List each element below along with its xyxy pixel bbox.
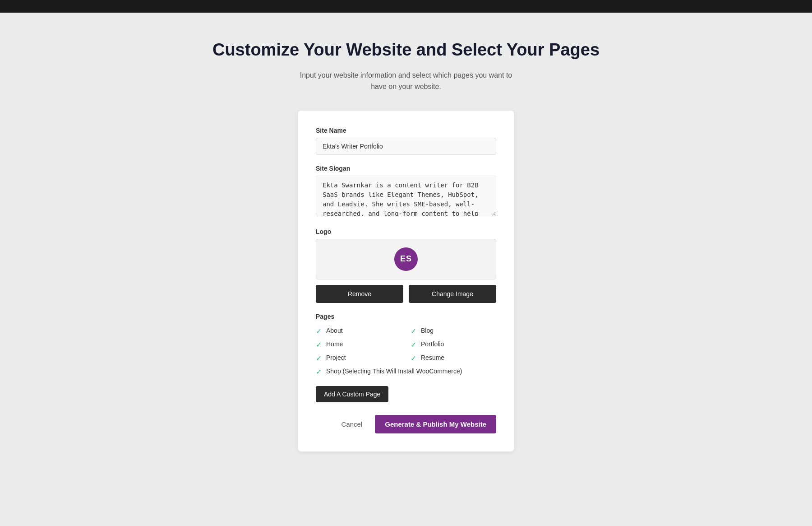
site-slogan-label: Site Slogan [316, 165, 496, 172]
top-bar [0, 0, 812, 13]
list-item: ✓ About [316, 326, 401, 335]
action-row: Cancel Generate & Publish My Website [316, 415, 496, 433]
check-icon: ✓ [411, 327, 416, 335]
list-item: ✓ Resume [411, 354, 496, 363]
logo-label: Logo [316, 228, 496, 235]
add-custom-page-button[interactable]: Add A Custom Page [316, 386, 388, 402]
cancel-button[interactable]: Cancel [336, 417, 368, 432]
page-item-label: Portfolio [421, 340, 444, 349]
page-item-label: Home [326, 340, 343, 349]
remove-button[interactable]: Remove [316, 285, 403, 303]
change-image-button[interactable]: Change Image [409, 285, 496, 303]
logo-avatar: ES [394, 247, 418, 271]
page-container: Customize Your Website and Select Your P… [0, 13, 812, 479]
page-item-label: Project [326, 354, 346, 363]
list-item: ✓ Shop (Selecting This Will Install WooC… [316, 367, 496, 376]
list-item: ✓ Portfolio [411, 340, 496, 349]
check-icon: ✓ [316, 340, 322, 349]
logo-group: Logo ES Remove Change Image [316, 228, 496, 303]
pages-label: Pages [316, 313, 496, 320]
list-item: ✓ Project [316, 354, 401, 363]
logo-button-row: Remove Change Image [316, 285, 496, 303]
list-item: ✓ Home [316, 340, 401, 349]
logo-initials: ES [400, 254, 412, 264]
site-name-group: Site Name [316, 127, 496, 155]
check-icon: ✓ [316, 327, 322, 335]
check-icon: ✓ [411, 340, 416, 349]
list-item: ✓ Blog [411, 326, 496, 335]
publish-button[interactable]: Generate & Publish My Website [375, 415, 496, 433]
site-name-input[interactable] [316, 138, 496, 155]
site-slogan-group: Site Slogan Ekta Swarnkar is a content w… [316, 165, 496, 218]
page-item-label: Shop (Selecting This Will Install WooCom… [326, 367, 462, 376]
logo-preview: ES [316, 239, 496, 279]
check-icon: ✓ [316, 368, 322, 376]
page-title: Customize Your Website and Select Your P… [212, 40, 600, 61]
check-icon: ✓ [411, 354, 416, 363]
page-item-label: Resume [421, 354, 444, 363]
check-icon: ✓ [316, 354, 322, 363]
pages-grid: ✓ About ✓ Blog ✓ Home ✓ Portfolio [316, 326, 496, 376]
page-item-label: Blog [421, 326, 434, 335]
page-subtitle: Input your website information and selec… [293, 70, 519, 93]
site-name-label: Site Name [316, 127, 496, 134]
pages-group: Pages ✓ About ✓ Blog ✓ Home [316, 313, 496, 376]
page-item-label: About [326, 326, 343, 335]
form-card: Site Name Site Slogan Ekta Swarnkar is a… [298, 111, 514, 452]
site-slogan-textarea[interactable]: Ekta Swarnkar is a content writer for B2… [316, 176, 496, 216]
